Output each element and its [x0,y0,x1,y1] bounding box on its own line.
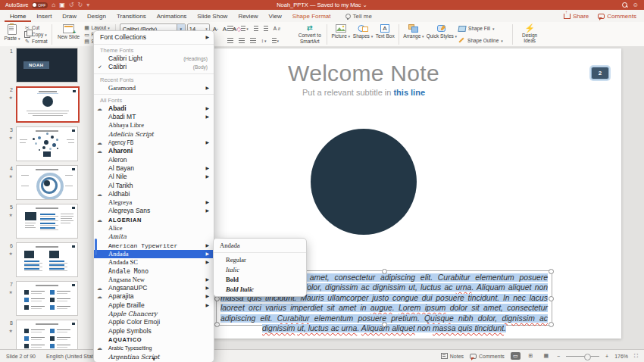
slide-circle-shape[interactable] [311,129,417,235]
align-right-button[interactable] [249,36,258,45]
tab-transitions[interactable]: Transitions [111,11,152,22]
font-item-abhaya-libre[interactable]: Abhaya Libre [94,121,214,130]
numbering-button[interactable]: ▾ [239,24,250,33]
subtitle-link[interactable]: this line [393,88,425,97]
scroll-down-arrow-icon[interactable]: ▼ [94,357,214,361]
tab-design[interactable]: Design [82,11,111,22]
undo-icon[interactable]: ↺ [69,2,74,8]
resize-handle[interactable] [214,322,220,327]
notes-button[interactable]: Notes [441,353,464,359]
font-style-bold-italic[interactable]: Bold Italic [214,284,306,294]
resize-handle[interactable] [549,269,554,274]
font-item-aleron[interactable]: Aleron [94,156,214,164]
tab-animations[interactable]: Animations [152,11,192,22]
tab-draw[interactable]: Draw [57,11,82,22]
tab-home[interactable]: Home [5,11,31,22]
convert-to-smartart-button[interactable]: ⇄ Convert to SmartArt [297,23,323,45]
slide-thumbnail-5[interactable] [16,204,78,239]
tab-shape-format[interactable]: Shape Format [287,11,336,22]
paste-button[interactable]: Paste ▾ [2,23,22,45]
font-item-apple-braille[interactable]: Apple Braille▶ [94,301,214,310]
font-item-apple-color-emoji[interactable]: Apple Color Emoji [94,318,214,326]
font-item-algerian[interactable]: ☁ALGERIAN [94,216,214,224]
more-commands-icon[interactable]: ▾ [86,2,89,8]
tab-review[interactable]: Review [233,11,263,22]
font-item-adelicia-script[interactable]: Adelicia Script [94,130,214,139]
text-box-button[interactable]: A Text Box [375,23,395,45]
font-style-bold[interactable]: Bold [214,274,306,284]
tab-slide-show[interactable]: Slide Show [192,11,233,22]
resize-handle[interactable] [382,322,387,327]
save-icon[interactable]: ▣ [59,2,65,8]
font-style-italic[interactable]: Italic [214,264,306,274]
slideshow-view-button[interactable]: ▦ [541,352,551,360]
quick-styles-button[interactable]: Quick Styles ▾ [427,23,457,45]
comments-panel-button[interactable]: Comments [470,354,505,359]
font-item-aharoni[interactable]: ☁Aharoni [94,147,214,155]
zoom-out-button[interactable]: − [557,354,560,359]
format-painter-button[interactable]: ✎Format [24,38,48,45]
feedback-smiley-icon[interactable]: ☺ [633,2,639,8]
slide-thumbnail-2[interactable] [16,86,80,123]
slide-thumbnail-8[interactable] [16,320,78,350]
font-item-amita[interactable]: Amita [94,232,214,241]
slide-number-badge[interactable]: 2 [591,67,609,80]
font-item-alegreya[interactable]: Alegreya▶ [94,198,214,207]
font-item-andada-sc[interactable]: Andada SC▶ [94,258,214,267]
font-item-al-tarikh[interactable]: Al Tarikh [94,182,214,190]
comments-button[interactable]: Comments [598,13,636,20]
design-ideas-button[interactable]: ⚡ Design Ideas [517,23,542,45]
font-item-andale-mono[interactable]: Andale Mono [94,267,214,276]
font-item-calibri-light[interactable]: Calibri Light(Headings) [94,55,214,63]
font-item-al-bayan[interactable]: Al Bayan▶ [94,164,214,173]
slide-counter[interactable]: Slide 2 of 90 [6,354,36,359]
tab-view[interactable]: View [264,11,287,22]
slide-thumbnail-7[interactable] [16,281,78,316]
autosave-toggle[interactable]: OFF [32,2,48,8]
font-item-apple-symbols[interactable]: Apple Symbols [94,327,214,335]
font-item-abadi[interactable]: ☁Abadi▶ [94,105,214,113]
shapes-button[interactable]: Shapes ▾ [353,23,373,45]
picture-button[interactable]: Picture ▾ [331,23,351,45]
font-item-angsanaupc[interactable]: ☁AngsanaUPC▶ [94,284,214,292]
zoom-level[interactable]: 176% [614,354,628,359]
slide-thumbnail-1[interactable]: NOAH [16,48,78,83]
zoom-in-button[interactable]: + [605,354,608,359]
align-left-button[interactable] [226,36,235,45]
font-item-alice[interactable]: Alice [94,224,214,232]
font-item-arabic-typesetting[interactable]: ☁Arabic Typesetting [94,344,214,352]
line-spacing-button[interactable]: ↕▾ [260,36,268,45]
font-item-aparajita[interactable]: ☁Aparajita▶ [94,292,214,301]
slide-thumbnail-6[interactable] [16,242,78,277]
bullets-button[interactable]: ▾ [226,24,238,33]
fit-to-window-icon[interactable]: ⛶ [634,353,638,359]
indent-button[interactable] [262,24,270,33]
redo-icon[interactable]: ↻ [77,2,83,8]
tell-me-button[interactable]: Tell me [345,13,372,22]
new-slide-button[interactable]: New Slide [56,23,82,45]
columns-button[interactable]: ▾ [270,36,281,45]
arrange-button[interactable]: Arrange ▾ [403,23,424,45]
slide-thumbnail-4[interactable] [16,165,78,200]
share-button[interactable]: Share [564,13,589,20]
align-center-button[interactable] [237,36,246,45]
font-item-al-nile[interactable]: Al Nile▶ [94,173,214,181]
slide-sorter-view-button[interactable]: ⊞ [527,352,536,360]
copy-button[interactable]: Copy ▾ [24,31,48,38]
font-collections-item[interactable]: Font Collections ▶ [94,33,214,42]
font-item-aldhabi[interactable]: ☁Aldhabi [94,190,214,198]
font-item-calibri[interactable]: ✓Calibri(Body) [94,63,214,71]
resize-handle[interactable] [382,269,387,274]
font-item-garamond[interactable]: Garamond▶ [94,84,214,92]
search-icon[interactable] [622,2,627,8]
normal-view-button[interactable]: ▭ [511,352,521,360]
text-direction-button[interactable]: A⇵ [272,24,283,33]
resize-handle[interactable] [549,296,554,301]
font-item-american-typewriter[interactable]: American Typewriter▶ [94,242,214,250]
font-item-angsana-new[interactable]: Angsana New▶ [94,276,214,284]
font-item-andada[interactable]: Andada▶ [94,250,214,258]
language-indicator[interactable]: English (United States) [46,354,101,359]
font-item-agency-fb[interactable]: ☁Agency FB▶ [94,139,214,147]
font-item-apple-chancery[interactable]: Apple Chancery [94,310,214,318]
resize-handle[interactable] [549,322,554,327]
